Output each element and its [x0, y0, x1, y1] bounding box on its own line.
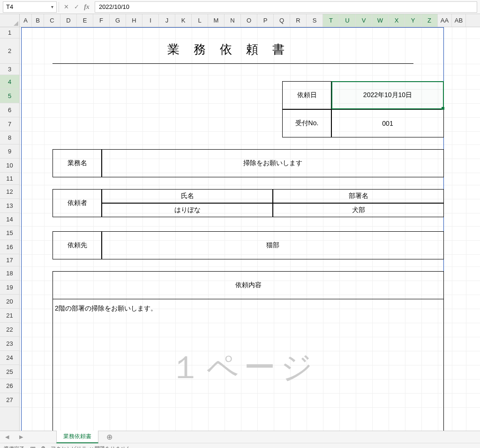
spreadsheet-grid[interactable]: 業務依頼書 依頼日 2022年10月10日 受付No. 001 業務名 掃除をお…	[20, 27, 480, 431]
column-header-Y[interactable]: Y	[405, 14, 421, 27]
column-header-O[interactable]: O	[241, 14, 257, 27]
row-header-3[interactable]: 3	[0, 64, 19, 75]
request-date-label: 依頼日	[282, 81, 331, 109]
row-header-17[interactable]: 17	[0, 254, 19, 266]
column-header-A[interactable]: A	[20, 14, 32, 27]
content-header: 依頼内容	[52, 271, 444, 299]
row-header-24[interactable]: 24	[0, 351, 19, 365]
formula-input[interactable]: 2022/10/10	[95, 1, 477, 13]
row-header-6[interactable]: 6	[0, 103, 19, 117]
document-title: 業務依頼書	[52, 38, 413, 61]
row-header-9[interactable]: 9	[0, 144, 19, 159]
requester-outer	[102, 189, 444, 217]
tab-prev-icon[interactable]: ◀	[0, 434, 14, 440]
row-header-10[interactable]: 10	[0, 159, 19, 173]
row-header-13[interactable]: 13	[0, 199, 19, 213]
row-header-1[interactable]: 1	[0, 27, 19, 38]
sheet-tab-active[interactable]: 業務依頼書	[56, 431, 98, 443]
row-header-14[interactable]: 14	[0, 213, 19, 226]
row-header-4[interactable]: 4	[0, 75, 19, 89]
column-header-Q[interactable]: Q	[274, 14, 290, 27]
column-header-L[interactable]: L	[192, 14, 208, 27]
status-accessibility: アクセシビリティ: 問題ありません	[51, 445, 131, 448]
formula-bar: T4 ▾ ✕ ✓ fx 2022/10/10	[0, 0, 480, 14]
column-header-AB[interactable]: AB	[452, 14, 466, 27]
title-underline	[52, 63, 413, 64]
name-box[interactable]: T4 ▾	[3, 1, 57, 13]
row-header-19[interactable]: 19	[0, 281, 19, 295]
row-headers: 1234567891011121314151617181920212223242…	[0, 27, 20, 431]
column-header-M[interactable]: M	[208, 14, 225, 27]
column-header-AA[interactable]: AA	[438, 14, 452, 27]
select-all-corner[interactable]	[0, 14, 20, 27]
row-header-7[interactable]: 7	[0, 117, 19, 131]
task-name-value: 掃除をお願いします	[102, 149, 444, 177]
row-header-25[interactable]: 25	[0, 365, 19, 379]
column-header-F[interactable]: F	[93, 14, 110, 27]
add-sheet-icon[interactable]: ⊕	[102, 433, 116, 441]
dropdown-icon[interactable]: ▾	[51, 4, 53, 9]
accessibility-icon[interactable]: ᖗ	[41, 445, 45, 448]
row-header-18[interactable]: 18	[0, 266, 19, 281]
formula-text: 2022/10/10	[99, 3, 129, 10]
receipt-no-label: 受付No.	[282, 109, 331, 137]
row-header-26[interactable]: 26	[0, 379, 19, 393]
row-header-12[interactable]: 12	[0, 185, 19, 199]
column-header-G[interactable]: G	[110, 14, 126, 27]
column-header-J[interactable]: J	[159, 14, 175, 27]
row-header-22[interactable]: 22	[0, 323, 19, 337]
column-header-U[interactable]: U	[339, 14, 356, 27]
column-headers: ABCDEFGHIJKLMNOPQRSTUVWXYZAAAB	[0, 14, 480, 27]
column-header-Z[interactable]: Z	[421, 14, 438, 27]
row-header-5[interactable]: 5	[0, 89, 19, 103]
column-header-E[interactable]: E	[77, 14, 93, 27]
column-header-X[interactable]: X	[389, 14, 405, 27]
column-header-I[interactable]: I	[142, 14, 159, 27]
column-header-N[interactable]: N	[225, 14, 241, 27]
status-bar: 準備完了 ▣ ᖗ アクセシビリティ: 問題ありません	[0, 443, 480, 448]
destination-value: 猫部	[102, 231, 444, 259]
row-header-2[interactable]: 2	[0, 38, 19, 64]
row-header-16[interactable]: 16	[0, 240, 19, 254]
row-header-15[interactable]: 15	[0, 226, 19, 240]
column-header-V[interactable]: V	[356, 14, 372, 27]
row-header-11[interactable]: 11	[0, 173, 19, 185]
task-name-label: 業務名	[52, 149, 102, 177]
column-header-S[interactable]: S	[307, 14, 323, 27]
column-header-C[interactable]: C	[44, 14, 60, 27]
fx-icon[interactable]: fx	[82, 2, 92, 12]
destination-label: 依頼先	[52, 231, 102, 259]
column-header-B[interactable]: B	[32, 14, 44, 27]
receipt-no-value: 001	[331, 109, 444, 137]
confirm-icon[interactable]: ✓	[71, 2, 82, 12]
column-header-R[interactable]: R	[290, 14, 307, 27]
status-ready: 準備完了	[4, 445, 24, 448]
requester-label: 依頼者	[52, 189, 102, 217]
column-header-K[interactable]: K	[175, 14, 192, 27]
sheet-tabs-bar: ◀ ▶ 業務依頼書 ⊕	[0, 431, 480, 443]
row-header-20[interactable]: 20	[0, 295, 19, 309]
row-header-27[interactable]: 27	[0, 393, 19, 407]
row-header-21[interactable]: 21	[0, 309, 19, 323]
cancel-icon[interactable]: ✕	[61, 2, 71, 12]
cell-reference: T4	[6, 3, 51, 10]
request-date-value: 2022年10月10日	[331, 81, 444, 109]
content-body: 2階の部署の掃除をお願いします。	[55, 302, 439, 316]
column-header-T[interactable]: T	[323, 14, 339, 27]
column-header-P[interactable]: P	[257, 14, 274, 27]
row-header-8[interactable]: 8	[0, 131, 19, 144]
tab-next-icon[interactable]: ▶	[14, 434, 28, 440]
row-header-23[interactable]: 23	[0, 337, 19, 351]
column-header-H[interactable]: H	[126, 14, 142, 27]
macro-record-icon[interactable]: ▣	[30, 445, 36, 448]
column-header-D[interactable]: D	[60, 14, 77, 27]
page-watermark: １ページ	[170, 346, 318, 389]
column-header-W[interactable]: W	[372, 14, 389, 27]
